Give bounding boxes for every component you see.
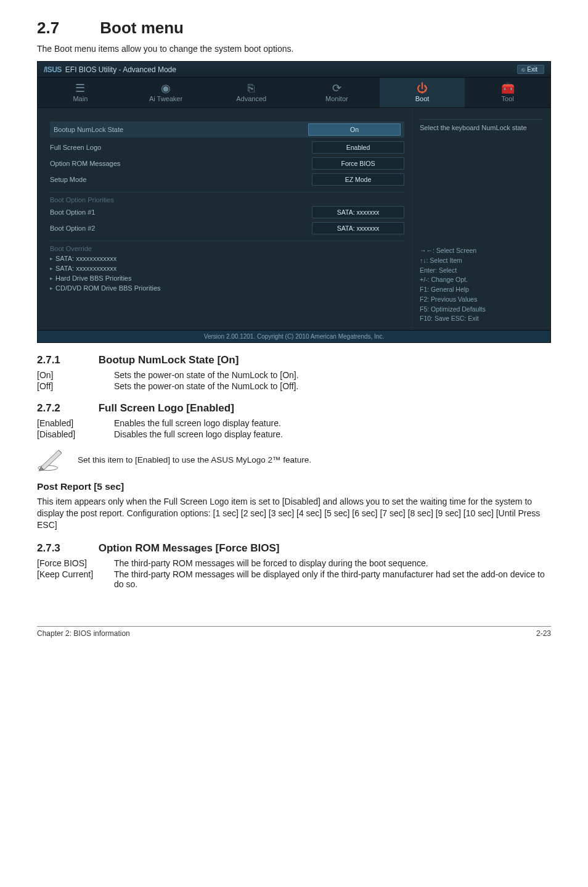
bios-tab-boot[interactable]: ⏻Boot — [380, 78, 465, 107]
bios-keyhelp-line: F2: Previous Values — [420, 295, 543, 305]
bios-row-setupmode[interactable]: Setup Mode EZ Mode — [50, 173, 404, 186]
bios-body: Bootup NumLock State On Full Screen Logo… — [38, 108, 550, 330]
bios-row-numlock[interactable]: Bootup NumLock State On — [50, 122, 404, 138]
bios-tab-boot-label: Boot — [415, 95, 430, 102]
def-on: [On] Sets the power-on state of the NumL… — [37, 370, 551, 380]
bios-keyhelp-line: Enter: Select — [420, 266, 543, 276]
bios-tab-tool[interactable]: 🧰Tool — [465, 78, 550, 107]
bios-priorities-header: Boot Option Priorities — [50, 192, 404, 204]
note-block: Set this item to [Enabled] to use the AS… — [37, 447, 551, 472]
bios-keyhelp-line: ↑↓: Select Item — [420, 256, 543, 266]
bios-override-sata2-label: SATA: xxxxxxxxxxxx — [55, 265, 116, 272]
bios-setupmode-label: Setup Mode — [50, 176, 312, 183]
deflist-272: [Enabled] Enables the full screen logo d… — [37, 418, 551, 439]
post-report-heading: Post Report [5 sec] — [37, 481, 551, 492]
bios-keyhelp-line: →←: Select Screen — [420, 246, 543, 256]
bios-side-panel: Select the keyboard NumLock state →←: Se… — [412, 108, 550, 330]
bios-version-footer: Version 2.00.1201. Copyright (C) 2010 Am… — [38, 330, 550, 342]
bios-override-header: Boot Override — [50, 241, 404, 252]
bios-tab-bar: ☰Main ◉Ai Tweaker ⎘Advanced ⟳Monitor ⏻Bo… — [38, 78, 550, 108]
section-heading: 2.7 Boot menu — [37, 19, 551, 38]
bios-tab-advanced-label: Advanced — [236, 95, 266, 102]
bios-screenshot: /ISUS EFI BIOS Utility - Advanced Mode E… — [37, 61, 551, 343]
bios-titlebar: /ISUS EFI BIOS Utility - Advanced Mode E… — [38, 62, 550, 78]
bios-row-fslogo[interactable]: Full Screen Logo Enabled — [50, 141, 404, 154]
def-forcebios: [Force BIOS] The third-party ROM message… — [37, 558, 551, 568]
bios-row-bootopt2[interactable]: Boot Option #2 SATA: xxxxxxx — [50, 222, 404, 234]
bios-setupmode-value[interactable]: EZ Mode — [312, 173, 404, 186]
bios-bootopt1-value[interactable]: SATA: xxxxxxx — [312, 206, 404, 218]
subsection-273-title: Option ROM Messages [Force BIOS] — [99, 542, 280, 554]
def-enabled-val: Enables the full screen logo display fea… — [114, 418, 551, 428]
def-on-val: Sets the power-on state of the NumLock t… — [114, 370, 551, 380]
bios-bootopt2-label: Boot Option #2 — [50, 225, 312, 232]
bios-keyhelp-line: F1: General Help — [420, 285, 543, 295]
def-off: [Off] Sets the power-on state of the Num… — [37, 381, 551, 391]
def-forcebios-key: [Force BIOS] — [37, 558, 114, 568]
bios-fslogo-value[interactable]: Enabled — [312, 141, 404, 154]
bios-tab-monitor[interactable]: ⟳Monitor — [294, 78, 380, 107]
subsection-271-title: Bootup NumLock State [On] — [99, 354, 239, 366]
bios-keyhelp-line: +/-: Change Opt. — [420, 275, 543, 285]
bios-optrom-label: Option ROM Messages — [50, 160, 312, 167]
bios-row-optrom[interactable]: Option ROM Messages Force BIOS — [50, 157, 404, 170]
page-footer: Chapter 2: BIOS information 2-23 — [37, 626, 551, 638]
subsection-272-title: Full Screen Logo [Enabled] — [99, 402, 234, 414]
bios-bootopt2-value[interactable]: SATA: xxxxxxx — [312, 222, 404, 234]
def-disabled-val: Disables the full screen logo display fe… — [114, 429, 551, 439]
def-disabled-key: [Disabled] — [37, 429, 114, 439]
def-keepcurrent-val: The third-party ROM messages will be dis… — [114, 569, 551, 589]
def-disabled: [Disabled] Disables the full screen logo… — [37, 429, 551, 439]
bios-tab-main[interactable]: ☰Main — [38, 78, 123, 107]
def-off-key: [Off] — [37, 381, 114, 391]
bios-override-cddvd-label: CD/DVD ROM Drive BBS Priorities — [55, 284, 161, 292]
bios-override-hdd[interactable]: Hard Drive BBS Priorities — [50, 274, 404, 282]
subsection-273-heading: 2.7.3 Option ROM Messages [Force BIOS] — [37, 542, 551, 555]
bios-override-hdd-label: Hard Drive BBS Priorities — [55, 274, 131, 282]
subsection-273-num: 2.7.3 — [37, 542, 96, 555]
footer-page-number: 2-23 — [536, 629, 551, 638]
bios-optrom-value[interactable]: Force BIOS — [312, 157, 404, 170]
section-intro: The Boot menu items allow you to change … — [37, 44, 551, 54]
subsection-272-heading: 2.7.2 Full Screen Logo [Enabled] — [37, 402, 551, 415]
def-keepcurrent-key: [Keep Current] — [37, 569, 114, 589]
def-keepcurrent: [Keep Current] The third-party ROM messa… — [37, 569, 551, 589]
bios-override-cddvd[interactable]: CD/DVD ROM Drive BBS Priorities — [50, 284, 404, 292]
bios-help-text: Select the keyboard NumLock state — [420, 119, 543, 132]
post-report-body: This item appears only when the Full Scr… — [37, 496, 551, 531]
section-number: 2.7 — [37, 19, 96, 38]
bios-numlock-value[interactable]: On — [308, 123, 401, 136]
bios-bootopt1-label: Boot Option #1 — [50, 208, 312, 216]
subsection-271-num: 2.7.1 — [37, 354, 96, 366]
bios-logo: /ISUS — [44, 65, 62, 74]
list-icon: ☰ — [38, 83, 123, 94]
tweaker-icon: ◉ — [123, 83, 209, 94]
bios-tab-monitor-label: Monitor — [325, 95, 348, 102]
bios-override-sata2[interactable]: SATA: xxxxxxxxxxxx — [50, 265, 404, 272]
subsection-271-heading: 2.7.1 Bootup NumLock State [On] — [37, 354, 551, 366]
def-off-val: Sets the power-on state of the NumLock t… — [114, 381, 551, 391]
bios-override-sata1-label: SATA: xxxxxxxxxxxx — [55, 255, 116, 262]
bios-tab-advanced[interactable]: ⎘Advanced — [208, 78, 294, 107]
bios-main-panel: Bootup NumLock State On Full Screen Logo… — [38, 108, 412, 330]
note-text: Set this item to [Enabled] to use the AS… — [78, 455, 311, 464]
bios-exit-button[interactable]: Exit — [517, 65, 544, 74]
bios-override-sata1[interactable]: SATA: xxxxxxxxxxxx — [50, 255, 404, 262]
section-title-text: Boot menu — [100, 19, 184, 37]
bios-header-title: EFI BIOS Utility - Advanced Mode — [65, 65, 176, 74]
bios-tab-main-label: Main — [73, 95, 88, 102]
deflist-271: [On] Sets the power-on state of the NumL… — [37, 370, 551, 391]
subsection-272-num: 2.7.2 — [37, 402, 96, 415]
bios-keyhelp-line: F5: Optimized Defaults — [420, 305, 543, 315]
def-enabled: [Enabled] Enables the full screen logo d… — [37, 418, 551, 428]
bios-key-help: →←: Select Screen ↑↓: Select Item Enter:… — [420, 246, 543, 324]
footer-chapter: Chapter 2: BIOS information — [37, 629, 130, 638]
def-on-key: [On] — [37, 370, 114, 380]
deflist-273: [Force BIOS] The third-party ROM message… — [37, 558, 551, 589]
bios-numlock-label: Bootup NumLock State — [54, 126, 308, 133]
advanced-icon: ⎘ — [208, 83, 294, 94]
bios-exit-label: Exit — [527, 66, 537, 73]
bios-row-bootopt1[interactable]: Boot Option #1 SATA: xxxxxxx — [50, 206, 404, 218]
monitor-icon: ⟳ — [294, 83, 380, 94]
bios-tab-tweaker[interactable]: ◉Ai Tweaker — [123, 78, 209, 107]
